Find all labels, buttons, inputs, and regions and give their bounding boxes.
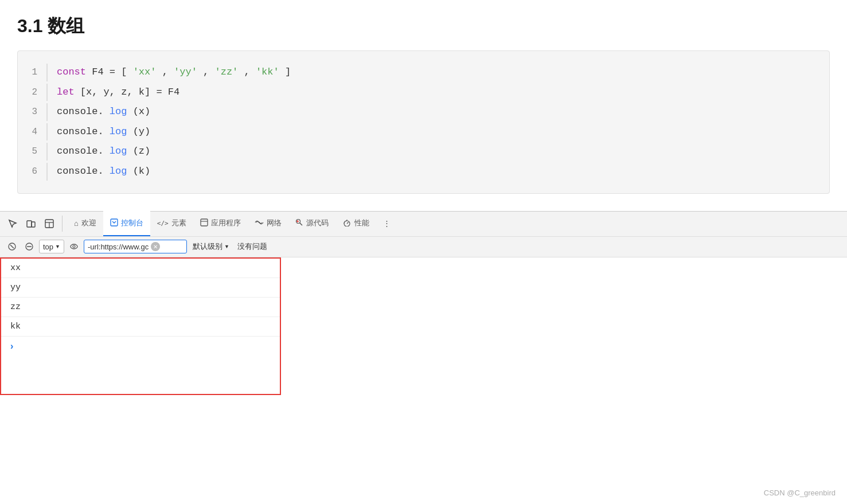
log-level-dropdown-icon: ▼: [224, 244, 229, 249]
network-icon: [255, 218, 264, 228]
line-number-2: 2: [18, 84, 46, 101]
console-message-yy: yy: [1, 278, 280, 298]
line-code-3: console. log (x): [46, 103, 829, 121]
devtools-icons-group: [5, 216, 63, 232]
context-selector[interactable]: top ▼: [39, 240, 64, 253]
code-line-6: 6 console. log (k): [18, 162, 829, 182]
code-text: (y): [133, 126, 151, 137]
line-number-4: 4: [18, 124, 46, 140]
svg-point-8: [259, 222, 260, 223]
context-dropdown-icon: ▼: [55, 244, 60, 249]
method-log-2: log: [110, 126, 127, 137]
more-icon: ⋮: [383, 219, 391, 228]
tab-elements-label: 元素: [171, 218, 186, 228]
method-log-3: log: [110, 146, 127, 157]
console-area: xx yy zz kk ›: [0, 257, 847, 395]
console-icon: [110, 218, 118, 228]
svg-point-20: [71, 244, 77, 249]
string-xx: 'xx': [133, 67, 157, 77]
device-toggle-icon[interactable]: [23, 216, 39, 232]
line-code-1: const F4 = [ 'xx' , 'yy' , 'zz' , 'kk' ]: [46, 64, 829, 81]
svg-line-15: [347, 222, 349, 224]
tab-welcome-label: 欢迎: [81, 218, 96, 228]
tab-sources[interactable]: 源代码: [288, 211, 335, 236]
tab-performance[interactable]: 性能: [335, 211, 376, 236]
string-kk: 'kk': [256, 67, 279, 77]
tab-network-label: 网络: [267, 218, 282, 228]
page-title: 3.1 数组: [0, 0, 847, 50]
clear-console-button[interactable]: [5, 239, 19, 254]
line-number-6: 6: [18, 163, 46, 180]
code-text: (z): [133, 146, 151, 157]
line-code-4: console. log (y): [46, 123, 829, 141]
code-text: console.: [57, 166, 104, 177]
prompt-arrow-icon: ›: [10, 341, 13, 351]
url-filter-input[interactable]: -url:https://www.gc ✕: [84, 240, 187, 253]
line-number-3: 3: [18, 104, 46, 120]
console-prompt: ›: [1, 337, 280, 356]
tab-performance-label: 性能: [354, 218, 369, 228]
svg-line-10: [299, 222, 302, 225]
line-number-5: 5: [18, 143, 46, 160]
tab-more[interactable]: ⋮: [376, 211, 397, 236]
keyword-let: let: [57, 87, 75, 97]
line-code-5: console. log (z): [46, 143, 829, 161]
tab-application-label: 应用程序: [211, 218, 241, 228]
url-filter-clear-button[interactable]: ✕: [151, 242, 160, 251]
watermark: CSDN @C_greenbird: [764, 489, 836, 497]
tab-network[interactable]: 网络: [248, 211, 288, 236]
code-text: (x): [133, 106, 151, 117]
log-level-label: 默认级别: [193, 241, 223, 252]
tab-sources-label: 源代码: [306, 218, 329, 228]
svg-rect-1: [32, 222, 35, 227]
console-toolbar: top ▼ -url:https://www.gc ✕ 默认级别 ▼ 没有问题: [0, 237, 847, 257]
url-filter-value: -url:https://www.gc: [88, 243, 149, 251]
code-line-5: 5 console. log (z): [18, 142, 829, 162]
svg-line-17: [10, 245, 14, 248]
tab-welcome[interactable]: ⌂ 欢迎: [67, 211, 103, 236]
context-label: top: [43, 243, 53, 251]
code-text: console.: [57, 126, 104, 137]
code-line-4: 4 console. log (y): [18, 122, 829, 142]
code-text: ,: [203, 67, 214, 77]
svg-rect-6: [201, 219, 208, 226]
string-zz: 'zz': [214, 67, 238, 77]
console-message-xx: xx: [1, 259, 280, 278]
line-code-6: console. log (k): [46, 163, 829, 181]
code-line-1: 1 const F4 = [ 'xx' , 'yy' , 'zz' , 'kk'…: [18, 62, 829, 83]
method-log-4: log: [110, 166, 127, 177]
select-element-icon[interactable]: [5, 216, 21, 232]
line-number-1: 1: [18, 64, 46, 81]
code-text: [x, y, z, k] = F4: [80, 87, 179, 97]
devtools-tabbar: ⌂ 欢迎 控制台 </> 元素: [0, 212, 847, 237]
devtools-panel: ⌂ 欢迎 控制台 </> 元素: [0, 211, 847, 407]
svg-rect-0: [27, 221, 32, 227]
tab-application[interactable]: 应用程序: [193, 211, 248, 236]
code-line-3: 3 console. log (x): [18, 102, 829, 122]
sources-icon: [295, 218, 303, 228]
line-code-2: let [x, y, z, k] = F4: [46, 84, 829, 101]
performance-icon: [342, 218, 352, 228]
elements-icon: </>: [157, 220, 169, 227]
panel-layout-icon[interactable]: [41, 216, 57, 232]
code-text: ,: [162, 67, 174, 77]
eye-filter-button[interactable]: [67, 239, 81, 254]
log-level-selector[interactable]: 默认级别 ▼: [189, 240, 233, 253]
svg-point-21: [73, 245, 75, 248]
console-messages-box: xx yy zz kk ›: [0, 257, 281, 395]
code-line-2: 2 let [x, y, z, k] = F4: [18, 83, 829, 103]
string-yy: 'yy': [174, 67, 197, 77]
svg-rect-5: [111, 219, 118, 226]
block-filter-button[interactable]: [22, 239, 37, 254]
code-text: ,: [244, 67, 256, 77]
code-text: F4 = [: [92, 67, 127, 77]
tab-elements[interactable]: </> 元素: [150, 211, 193, 236]
code-block: 1 const F4 = [ 'xx' , 'yy' , 'zz' , 'kk'…: [17, 50, 830, 194]
console-message-kk: kk: [1, 317, 280, 337]
method-log-1: log: [110, 106, 127, 117]
console-output-area: xx yy zz kk ›: [0, 257, 847, 407]
tab-console[interactable]: 控制台: [103, 211, 150, 236]
keyword-const: const: [57, 67, 86, 77]
welcome-icon: ⌂: [74, 219, 79, 228]
code-text: (k): [133, 166, 151, 177]
